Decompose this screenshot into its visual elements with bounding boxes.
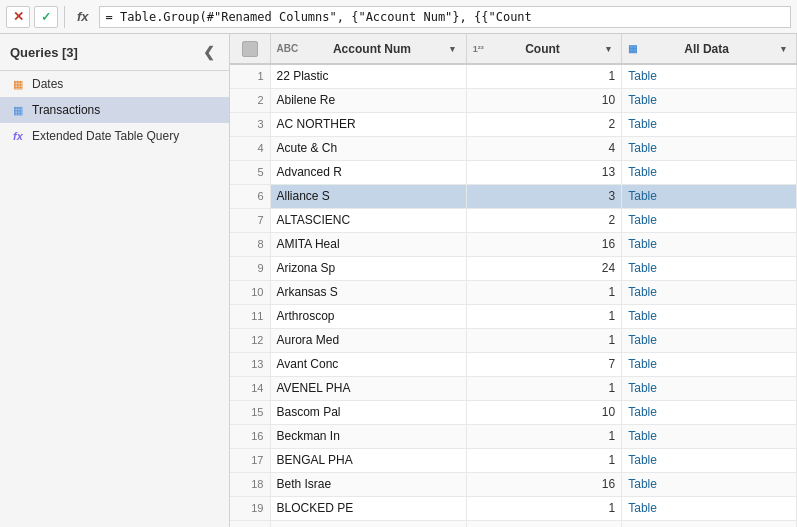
cell-table-link[interactable]: Table bbox=[622, 256, 797, 280]
cell-table-link[interactable]: Table bbox=[622, 376, 797, 400]
cell-table-link[interactable]: Table bbox=[622, 64, 797, 88]
cell-row-num: 11 bbox=[230, 304, 270, 328]
alldata-filter-button[interactable]: ▾ bbox=[776, 42, 790, 56]
cell-table-link[interactable]: Table bbox=[622, 136, 797, 160]
sidebar-item-transactions-label: Transactions bbox=[32, 103, 100, 117]
cell-row-num: 1 bbox=[230, 64, 270, 88]
sidebar-item-transactions[interactable]: ▦ Transactions bbox=[0, 97, 229, 123]
table-link[interactable]: Table bbox=[628, 141, 657, 155]
data-table-container[interactable]: ABC Account Num ▾ 1²³ Count ▾ bbox=[230, 34, 797, 527]
account-filter-button[interactable]: ▾ bbox=[446, 42, 460, 56]
cell-count: 1 bbox=[466, 328, 621, 352]
cell-count: 1 bbox=[466, 520, 621, 527]
sidebar-collapse-button[interactable]: ❮ bbox=[199, 42, 219, 62]
table-link[interactable]: Table bbox=[628, 501, 657, 515]
cell-row-num: 4 bbox=[230, 136, 270, 160]
table-row[interactable]: 19BLOCKED PE1Table bbox=[230, 496, 797, 520]
sidebar-item-dates[interactable]: ▦ Dates bbox=[0, 71, 229, 97]
table-row[interactable]: 10Arkansas S1Table bbox=[230, 280, 797, 304]
cell-table-link[interactable]: Table bbox=[622, 496, 797, 520]
table-row[interactable]: 2Abilene Re10Table bbox=[230, 88, 797, 112]
table-row[interactable]: 5Advanced R13Table bbox=[230, 160, 797, 184]
sidebar-item-dates-label: Dates bbox=[32, 77, 63, 91]
table-row[interactable]: 11Arthroscop1Table bbox=[230, 304, 797, 328]
table-row[interactable]: 13Avant Conc7Table bbox=[230, 352, 797, 376]
cell-table-link[interactable]: Table bbox=[622, 424, 797, 448]
cell-table-link[interactable]: Table bbox=[622, 352, 797, 376]
count-filter-button[interactable]: ▾ bbox=[601, 42, 615, 56]
table-row[interactable]: 9Arizona Sp24Table bbox=[230, 256, 797, 280]
table-link[interactable]: Table bbox=[628, 213, 657, 227]
cell-table-link[interactable]: Table bbox=[622, 184, 797, 208]
table-link[interactable]: Table bbox=[628, 381, 657, 395]
cell-count: 24 bbox=[466, 256, 621, 280]
cell-row-num: 7 bbox=[230, 208, 270, 232]
cell-table-link[interactable]: Table bbox=[622, 328, 797, 352]
cell-table-link[interactable]: Table bbox=[622, 280, 797, 304]
table-row[interactable]: 16Beckman In1Table bbox=[230, 424, 797, 448]
cell-table-link[interactable]: Table bbox=[622, 112, 797, 136]
table-link[interactable]: Table bbox=[628, 165, 657, 179]
th-account-num[interactable]: ABC Account Num ▾ bbox=[270, 34, 466, 64]
table-row[interactable]: 8AMITA Heal16Table bbox=[230, 232, 797, 256]
th-count[interactable]: 1²³ Count ▾ bbox=[466, 34, 621, 64]
cell-table-link[interactable]: Table bbox=[622, 304, 797, 328]
cell-row-num: 8 bbox=[230, 232, 270, 256]
table-link[interactable]: Table bbox=[628, 477, 657, 491]
table-link[interactable]: Table bbox=[628, 309, 657, 323]
table-link[interactable]: Table bbox=[628, 261, 657, 275]
cell-account: Beckman In bbox=[270, 424, 466, 448]
confirm-button[interactable]: ✓ bbox=[34, 6, 58, 28]
cell-table-link[interactable]: Table bbox=[622, 520, 797, 527]
table-link[interactable]: Table bbox=[628, 189, 657, 203]
formula-input[interactable] bbox=[99, 6, 791, 28]
table-link[interactable]: Table bbox=[628, 453, 657, 467]
cell-count: 16 bbox=[466, 472, 621, 496]
sidebar-item-extended-date[interactable]: fx Extended Date Table Query bbox=[0, 123, 229, 149]
cell-table-link[interactable]: Table bbox=[622, 232, 797, 256]
cell-table-link[interactable]: Table bbox=[622, 400, 797, 424]
cell-table-link[interactable]: Table bbox=[622, 472, 797, 496]
table-row[interactable]: 7ALTASCIENC2Table bbox=[230, 208, 797, 232]
cell-row-num: 3 bbox=[230, 112, 270, 136]
table-row[interactable]: 6Alliance S3Table bbox=[230, 184, 797, 208]
cell-row-num: 19 bbox=[230, 496, 270, 520]
fx-icon: fx bbox=[10, 130, 26, 142]
cell-account: Abilene Re bbox=[270, 88, 466, 112]
cell-table-link[interactable]: Table bbox=[622, 448, 797, 472]
cell-account: AC NORTHER bbox=[270, 112, 466, 136]
table-link[interactable]: Table bbox=[628, 357, 657, 371]
cell-count: 10 bbox=[466, 88, 621, 112]
table-link[interactable]: Table bbox=[628, 93, 657, 107]
cell-row-num: 12 bbox=[230, 328, 270, 352]
cancel-button[interactable]: ✕ bbox=[6, 6, 30, 28]
cell-row-num: 5 bbox=[230, 160, 270, 184]
cell-table-link[interactable]: Table bbox=[622, 160, 797, 184]
cell-account: Advanced R bbox=[270, 160, 466, 184]
table-row[interactable]: 12Aurora Med1Table bbox=[230, 328, 797, 352]
table-link[interactable]: Table bbox=[628, 237, 657, 251]
table-row[interactable]: 17BENGAL PHA1Table bbox=[230, 448, 797, 472]
table-row[interactable]: 122 Plastic1Table bbox=[230, 64, 797, 88]
table-row[interactable]: 18Beth Israe16Table bbox=[230, 472, 797, 496]
table-link[interactable]: Table bbox=[628, 429, 657, 443]
cell-count: 3 bbox=[466, 184, 621, 208]
th-all-data[interactable]: ▦ All Data ▾ bbox=[622, 34, 797, 64]
table-link[interactable]: Table bbox=[628, 333, 657, 347]
table-link[interactable]: Table bbox=[628, 69, 657, 83]
table-link[interactable]: Table bbox=[628, 117, 657, 131]
table-link[interactable]: Table bbox=[628, 405, 657, 419]
cell-count: 2 bbox=[466, 208, 621, 232]
table-row[interactable]: 20Brownwood1Table bbox=[230, 520, 797, 527]
cell-table-link[interactable]: Table bbox=[622, 208, 797, 232]
cell-account: Bascom Pal bbox=[270, 400, 466, 424]
table-row[interactable]: 4Acute & Ch4Table bbox=[230, 136, 797, 160]
cell-count: 1 bbox=[466, 280, 621, 304]
sidebar-title: Queries [3] bbox=[10, 45, 78, 60]
table-row[interactable]: 14AVENEL PHA1Table bbox=[230, 376, 797, 400]
table-row[interactable]: 3AC NORTHER2Table bbox=[230, 112, 797, 136]
table-link[interactable]: Table bbox=[628, 285, 657, 299]
table-row[interactable]: 15Bascom Pal10Table bbox=[230, 400, 797, 424]
cell-account: BENGAL PHA bbox=[270, 448, 466, 472]
cell-table-link[interactable]: Table bbox=[622, 88, 797, 112]
